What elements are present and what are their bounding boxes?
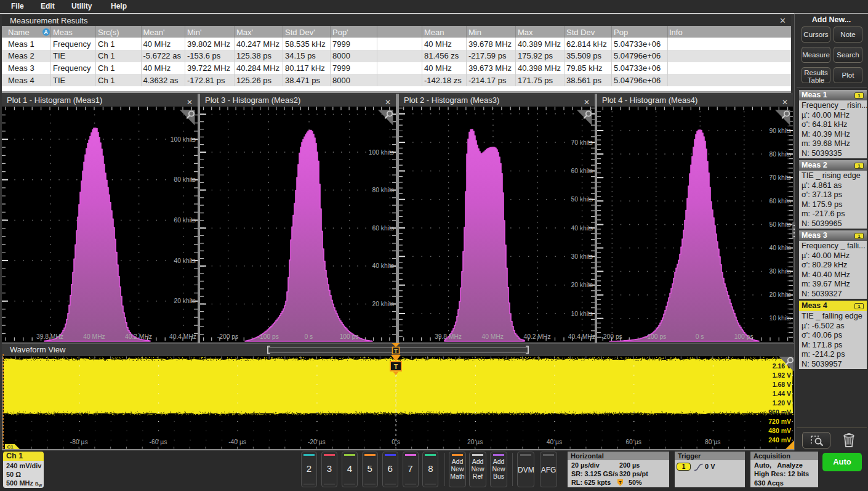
svg-text:40 khits: 40 khits xyxy=(174,258,196,264)
svg-text:960 mV: 960 mV xyxy=(768,408,791,416)
svg-text:1.20 V: 1.20 V xyxy=(773,399,791,407)
svg-text:60 khits: 60 khits xyxy=(372,225,395,232)
svg-text:20 khits: 20 khits xyxy=(174,298,196,304)
svg-text:100 ps: 100 ps xyxy=(734,333,753,340)
svg-text:39.8 MHz: 39.8 MHz xyxy=(435,333,462,340)
svg-text:100 ps: 100 ps xyxy=(340,333,359,340)
svg-text:-100 ps: -100 ps xyxy=(645,333,666,340)
svg-text:40.4 MHz: 40.4 MHz xyxy=(169,333,196,340)
svg-text:-200 ps: -200 ps xyxy=(601,333,622,340)
svg-text:T: T xyxy=(394,363,398,370)
svg-text:T: T xyxy=(394,348,398,354)
svg-text:240 mV: 240 mV xyxy=(768,436,791,444)
svg-text:Plot 1 - Histogram (Meas1): Plot 1 - Histogram (Meas1) xyxy=(7,95,102,105)
svg-text:480 mV: 480 mV xyxy=(768,427,791,434)
svg-text:40 µs: 40 µs xyxy=(547,439,562,445)
svg-text:0 s: 0 s xyxy=(696,333,704,340)
svg-text:50 khits: 50 khits xyxy=(571,196,593,203)
svg-text:1.92 V: 1.92 V xyxy=(773,371,791,379)
svg-text:✕: ✕ xyxy=(385,98,391,107)
svg-text:80 µs: 80 µs xyxy=(705,439,720,445)
svg-text:40 MHz: 40 MHz xyxy=(83,333,105,340)
svg-text:70 khits: 70 khits xyxy=(770,174,792,181)
svg-text:T: T xyxy=(619,481,622,485)
svg-text:-20 µs: -20 µs xyxy=(308,439,326,445)
svg-text:40 khits: 40 khits xyxy=(372,262,395,269)
svg-text:-200 ps: -200 ps xyxy=(217,333,238,340)
svg-text:720 mV: 720 mV xyxy=(768,418,791,425)
svg-text:10 khits: 10 khits xyxy=(770,315,792,322)
svg-text:0 s: 0 s xyxy=(305,333,313,340)
svg-text:✕: ✕ xyxy=(187,98,193,107)
svg-text:39.8 MHz: 39.8 MHz xyxy=(36,333,63,340)
svg-text:100 khits: 100 khits xyxy=(171,136,196,143)
svg-text:20 khits: 20 khits xyxy=(571,282,593,288)
svg-text:20 µs: 20 µs xyxy=(467,439,483,445)
svg-text:-40 µs: -40 µs xyxy=(228,439,246,445)
svg-text:-60 µs: -60 µs xyxy=(149,439,167,445)
svg-text:60 khits: 60 khits xyxy=(571,168,593,174)
svg-text:50 khits: 50 khits xyxy=(770,221,792,228)
svg-text:30 khits: 30 khits xyxy=(571,253,593,260)
svg-text:40 khits: 40 khits xyxy=(770,245,792,251)
svg-text:0 s: 0 s xyxy=(392,439,400,445)
svg-text:80 khits: 80 khits xyxy=(770,151,792,158)
svg-text:Plot 3 - Histogram (Meas2): Plot 3 - Histogram (Meas2) xyxy=(205,95,300,105)
svg-text:40 khits: 40 khits xyxy=(571,225,593,232)
svg-text:-100 ps: -100 ps xyxy=(258,333,279,340)
svg-text:40.2 MHz: 40.2 MHz xyxy=(125,333,152,340)
svg-text:60 µs: 60 µs xyxy=(625,439,641,445)
svg-text:30 khits: 30 khits xyxy=(770,268,792,275)
svg-text:60 khits: 60 khits xyxy=(174,217,196,224)
svg-text:Plot 4 - Histogram (Meas4): Plot 4 - Histogram (Meas4) xyxy=(602,95,697,105)
svg-text:1.44 V: 1.44 V xyxy=(773,390,791,397)
svg-text:70 khits: 70 khits xyxy=(571,139,593,146)
svg-text:1.68 V: 1.68 V xyxy=(773,381,791,388)
svg-text:✕: ✕ xyxy=(782,98,788,107)
svg-text:80 khits: 80 khits xyxy=(372,187,395,193)
svg-text:90 khits: 90 khits xyxy=(770,128,792,134)
svg-text:40.4 MHz: 40.4 MHz xyxy=(568,333,595,340)
svg-text:Waveform View: Waveform View xyxy=(10,345,66,354)
svg-text:✕: ✕ xyxy=(584,98,590,107)
svg-text:40 MHz: 40 MHz xyxy=(482,333,504,340)
svg-text:100 khits: 100 khits xyxy=(369,149,394,156)
svg-text:20 khits: 20 khits xyxy=(770,291,792,298)
svg-text:C1: C1 xyxy=(7,444,14,450)
svg-text:60 khits: 60 khits xyxy=(770,198,792,205)
svg-text:-80 µs: -80 µs xyxy=(70,439,88,445)
svg-text:Plot 2 - Histogram (Meas3): Plot 2 - Histogram (Meas3) xyxy=(404,95,499,105)
svg-text:80 khits: 80 khits xyxy=(174,176,196,183)
svg-text:40.2 MHz: 40.2 MHz xyxy=(524,333,551,340)
svg-text:20 khits: 20 khits xyxy=(372,301,395,307)
svg-text:10 khits: 10 khits xyxy=(571,310,593,317)
